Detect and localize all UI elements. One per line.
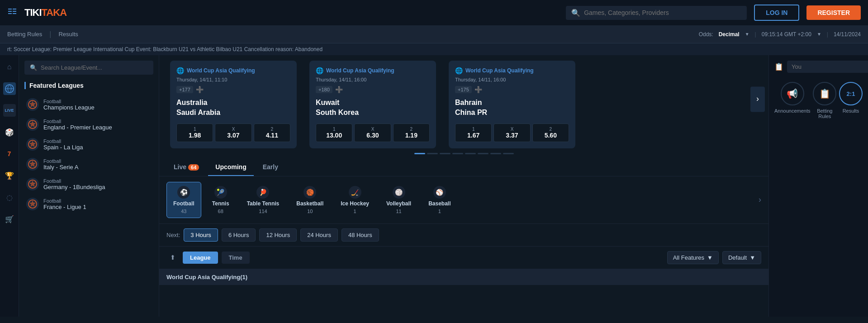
all-features-dropdown[interactable]: All Features ▼	[667, 251, 719, 264]
login-button[interactable]: LOG IN	[754, 5, 799, 21]
add-to-betslip-icon[interactable]: ➕	[474, 86, 482, 93]
match-teams: AustraliaSaudi Arabia	[176, 98, 290, 118]
time-btn-48-hours[interactable]: 48 Hours	[342, 228, 379, 242]
slider-next-button[interactable]: ›	[750, 86, 765, 112]
results-link[interactable]: Results	[58, 31, 78, 38]
announcements-circle: 📢	[781, 82, 804, 105]
sport-filter-icon: 🏀	[304, 186, 316, 199]
odd-button[interactable]: 2 1.19	[393, 124, 430, 142]
quick-actions-row: 📢 Announcements 📋 Betting Rules 2:1 Resu…	[774, 82, 863, 119]
tabs-bar: Live64UpcomingEarly	[159, 159, 768, 176]
sport-filter-name: Volleyball	[386, 200, 411, 207]
odd-button[interactable]: 1 1.98	[176, 124, 213, 142]
odds-row: 1 1.98 X 3.07 2 4.11	[176, 124, 290, 142]
sport-filter-baseball[interactable]: ⚾ Baseball 1	[422, 182, 457, 218]
league-item[interactable]: Football England - Premier League	[24, 114, 153, 134]
odd-button[interactable]: 1 13.00	[316, 124, 352, 142]
sport-filter-count: 68	[218, 209, 223, 214]
sidebar-icon-cart[interactable]: 🛒	[3, 213, 16, 225]
sport-filter-table-tennis[interactable]: 🏓 Table Tennis 114	[240, 182, 286, 218]
sidebar-icon-betslip[interactable]: ◌	[3, 191, 16, 204]
sport-filter-tennis[interactable]: 🎾 Tennis 68	[205, 182, 237, 218]
collapse-icon[interactable]: ⬆	[166, 251, 179, 264]
odd-button[interactable]: 1 1.67	[455, 124, 492, 142]
betting-rules-action[interactable]: 📋 Betting Rules	[811, 82, 840, 119]
league-name: France - Ligue 1	[43, 204, 86, 210]
all-features-arrow: ▼	[707, 254, 713, 261]
view-right-controls: All Features ▼ Default ▼	[667, 251, 761, 264]
sport-filter-icon: ⚽	[177, 186, 190, 199]
slider-dot[interactable]	[414, 153, 425, 154]
results-circle: 2:1	[839, 82, 863, 105]
add-to-betslip-icon[interactable]: ➕	[335, 86, 343, 93]
tab-live[interactable]: Live64	[166, 159, 206, 176]
match-card: 🌐 World Cup Asia Qualifying Thursday, 14…	[170, 61, 297, 148]
time-dropdown-arrow[interactable]: ▼	[817, 32, 821, 37]
league-search-input[interactable]	[41, 64, 148, 71]
odds-value[interactable]: Decimal	[719, 31, 740, 38]
sport-filter-next-arrow[interactable]: ›	[759, 195, 761, 204]
search-icon: 🔍	[571, 9, 580, 17]
sport-filter-football[interactable]: ⚽ Football 43	[166, 182, 201, 218]
main-content: 🌐 World Cup Asia Qualifying Thursday, 14…	[159, 55, 768, 317]
tab-early[interactable]: Early	[256, 159, 285, 176]
betslip-icon: 📋	[774, 62, 783, 71]
slider-dot[interactable]	[490, 153, 501, 154]
sport-filter-count: 114	[259, 209, 267, 214]
slider-dot[interactable]	[478, 153, 489, 154]
league-item[interactable]: Football Italy - Serie A	[24, 154, 153, 174]
league-name: Italy - Serie A	[43, 164, 78, 171]
league-sport: Football	[43, 158, 78, 164]
odd-button[interactable]: 2 4.11	[254, 124, 290, 142]
odds-dropdown-arrow[interactable]: ▼	[745, 32, 749, 37]
time-view-button[interactable]: Time	[222, 252, 250, 264]
slider-dot[interactable]	[503, 153, 514, 154]
odd-button[interactable]: 2 5.60	[532, 124, 569, 142]
you-input[interactable]	[787, 61, 868, 73]
match-id-badge: +177	[176, 86, 193, 93]
slider-dot[interactable]	[440, 153, 451, 154]
match-card: 🌐 World Cup Asia Qualifying Thursday, 14…	[449, 61, 575, 148]
sidebar-icon-casino[interactable]: 🎲	[3, 126, 16, 138]
match-teams: KuwaitSouth Korea	[316, 98, 430, 118]
odd-button[interactable]: X 6.30	[354, 124, 391, 142]
subnav-separator: |	[755, 31, 756, 38]
league-item[interactable]: Football Spain - La Liga	[24, 134, 153, 154]
menu-icon[interactable]	[7, 7, 17, 19]
sport-filter-volleyball[interactable]: 🏐 Volleyball 11	[379, 182, 418, 218]
time-btn-6-hours[interactable]: 6 Hours	[222, 228, 256, 242]
register-button[interactable]: REGISTER	[806, 5, 861, 20]
time-btn-3-hours[interactable]: 3 Hours	[184, 228, 218, 242]
main-search-input[interactable]	[584, 9, 741, 16]
league-search-icon: 🔍	[30, 64, 37, 71]
default-dropdown[interactable]: Default ▼	[722, 251, 761, 264]
tab-upcoming[interactable]: Upcoming	[208, 159, 253, 176]
sport-filter-count: 43	[181, 209, 186, 214]
odd-button[interactable]: X 3.07	[215, 124, 251, 142]
sidebar-icon-sports[interactable]	[3, 82, 16, 95]
main-search-bar: 🔍	[566, 6, 747, 20]
sport-filter-basketball[interactable]: 🏀 Basketball 10	[289, 182, 330, 218]
results-action[interactable]: 2:1 Results	[839, 82, 863, 119]
sidebar-icon-virtual[interactable]: 7	[3, 147, 16, 160]
announcements-action[interactable]: 📢 Announcements	[774, 82, 811, 119]
slider-dot[interactable]	[452, 153, 463, 154]
league-item[interactable]: Football Champions League	[24, 95, 153, 114]
league-item[interactable]: Football Germany - 1Bundesliga	[24, 174, 153, 194]
right-sidebar-top: 📋	[774, 61, 863, 73]
slider-dot[interactable]	[427, 153, 438, 154]
time-btn-12-hours[interactable]: 12 Hours	[259, 228, 297, 242]
betting-rules-link[interactable]: Betting Rules	[7, 31, 42, 38]
league-view-button[interactable]: League	[183, 252, 218, 264]
slider-dot[interactable]	[465, 153, 476, 154]
slider-dots	[159, 148, 768, 159]
odd-button[interactable]: X 3.37	[493, 124, 530, 142]
sidebar-icon-live[interactable]: LIVE	[3, 104, 16, 117]
add-to-betslip-icon[interactable]: ➕	[196, 86, 204, 93]
sidebar-icon-promotions[interactable]: 🏆	[3, 169, 16, 182]
time-btn-24-hours[interactable]: 24 Hours	[300, 228, 338, 242]
league-sport: Football	[43, 119, 112, 124]
league-item[interactable]: Football France - Ligue 1	[24, 194, 153, 214]
sport-filter-ice-hockey[interactable]: 🏒 Ice Hockey 1	[334, 182, 376, 218]
sidebar-icon-home[interactable]: ⌂	[3, 61, 16, 73]
